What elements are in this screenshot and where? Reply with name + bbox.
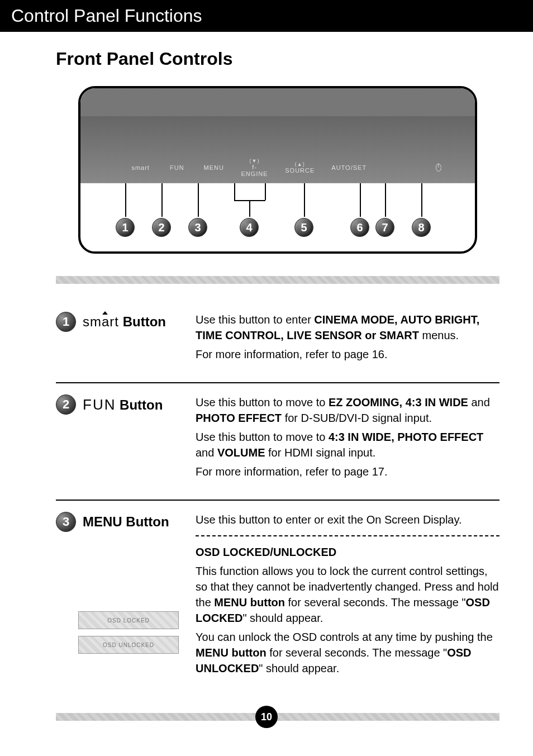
osd-p2: You can unlock the OSD controls at any t… [196,629,499,676]
label-engine: f-ENGINE [241,164,268,177]
smart-more: For more information, refer to page 16. [196,346,499,362]
divider-bar [56,276,499,284]
badge-3: 3 [56,512,76,532]
fun-desc1: Use this button to move to EZ ZOOMING, 4… [196,394,499,426]
dashed-divider [196,535,499,536]
callout-4: 4 [240,218,259,237]
callout-1: 1 [116,218,135,237]
control-item-fun: 2 FUN Button Use this button to move to … [56,382,499,500]
callout-7: 7 [375,218,394,237]
label-engine-arrow: (▼) [241,158,268,164]
label-source: SOURCE [285,167,315,174]
callout-2: 2 [152,218,171,237]
fun-more: For more information, refer to page 17. [196,464,499,479]
section-title: Front Panel Controls [56,49,499,69]
label-source-arrow: (▲) [285,161,315,167]
label-smart: smart [131,164,150,171]
label-menu: MENU [204,164,224,171]
osd-unlocked-box: OSD UNLOCKED [78,636,179,654]
front-panel-diagram: smart FUN MENU (▼) f-ENGINE (▲) SOURCE A… [78,86,477,254]
fun-desc2: Use this button to move to 4:3 IN WIDE, … [196,429,499,460]
callout-5: 5 [294,218,313,237]
menu-desc: Use this button to enter or exit the On … [196,512,499,527]
badge-2: 2 [56,394,76,415]
label-fun: FUN [167,164,187,171]
osd-locked-box: OSD LOCKED [78,611,179,629]
callout-6: 6 [350,218,369,237]
badge-1: 1 [56,312,76,332]
smart-button-title: smart Button [83,312,166,332]
callout-3: 3 [188,218,207,237]
page-header: Control Panel Functions [0,0,533,32]
power-icon [436,164,441,172]
fun-button-title: FUN Button [83,394,163,415]
callout-8: 8 [412,218,431,237]
bottom-divider-bar [56,713,499,721]
osd-heading: OSD LOCKED/UNLOCKED [196,544,499,560]
osd-p1: This function allows you to lock the cur… [196,563,499,626]
osd-screenshot-boxes: OSD LOCKED OSD UNLOCKED [78,611,179,660]
label-autoset: AUTO/SET [331,164,367,171]
page-content: Front Panel Controls smart FUN MENU (▼) … [0,32,533,721]
smart-desc: Use this button to enter CINEMA MODE, AU… [196,312,499,343]
control-item-menu: 3 MENU Button OSD LOCKED OSD UNLOCKED Us… [56,500,499,696]
page-number-badge: 10 [255,706,278,728]
bezel-button-labels: smart FUN MENU (▼) f-ENGINE (▲) SOURCE A… [131,158,441,177]
control-item-smart: 1 smart Button Use this button to enter … [56,301,499,382]
menu-button-title: MENU Button [83,512,169,532]
callout-lines: 1 2 3 4 5 6 7 8 [80,183,475,251]
